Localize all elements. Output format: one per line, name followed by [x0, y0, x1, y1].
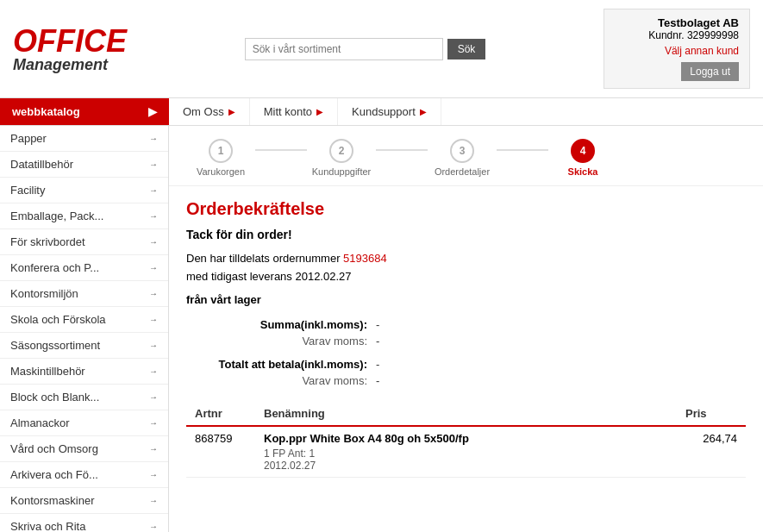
step-2-label: Kunduppgifter — [312, 166, 372, 177]
order-info-line2: med tidigast leverans 2012.02.27 — [186, 270, 352, 283]
sidebar-item-datatillbehor[interactable]: Datatillbehör → — [0, 152, 168, 178]
sidebar-skrivbordet-arrow: → — [149, 237, 158, 247]
sidebar-kontorsmiljon-arrow: → — [149, 289, 158, 298]
sidebar-item-konferera[interactable]: Konferera och P... → — [0, 255, 168, 281]
sidebar-almanackor-arrow: → — [149, 418, 158, 428]
nav-webbkatalog[interactable]: webbkatalog ▶ — [0, 98, 169, 125]
step-1-label: Varukorgen — [197, 166, 245, 177]
sidebar-maskintillbehor-label: Maskintillbehör — [10, 365, 85, 378]
sidebar-papper-label: Papper — [10, 132, 47, 145]
webbkatalog-label: webbkatalog — [12, 105, 80, 118]
nav-kundsupport-arrow: ▶ — [420, 107, 427, 116]
nav-mitt-konto-arrow: ▶ — [316, 107, 323, 116]
main-content: 1 Varukorgen 2 Kunduppgifter 3 Orderdeta… — [169, 126, 763, 532]
summary-totalt-value: - — [376, 358, 379, 371]
sidebar-item-skriva[interactable]: Skriva och Rita → — [0, 514, 168, 532]
user-area: Testbolaget AB Kundnr. 329999998 Välj an… — [604, 9, 750, 89]
logo-office: OFFICE — [13, 26, 127, 57]
sidebar-konferera-arrow: → — [149, 263, 158, 272]
sidebar-sasong-label: Säsongssortiment — [10, 339, 100, 352]
change-customer-link[interactable]: Välj annan kund — [615, 45, 739, 57]
step-connector-1 — [255, 149, 307, 151]
sidebar-item-papper[interactable]: Papper → — [0, 126, 168, 152]
product-pris: 264,74 — [677, 426, 746, 478]
search-button[interactable]: Sök — [447, 39, 486, 59]
steps-bar: 1 Varukorgen 2 Kunduppgifter 3 Orderdeta… — [169, 126, 763, 186]
sidebar-emballage-label: Emballage, Pack... — [10, 210, 103, 222]
sidebar-kontorsmiljon-label: Kontorsmiljön — [10, 287, 78, 300]
logo-area: OFFICE Management — [13, 26, 127, 72]
order-info-line1: Den har tilldelats ordernummer — [186, 252, 340, 265]
webbkatalog-arrow: ▶ — [148, 105, 157, 118]
sidebar-arkivera-label: Arkivera och Fö... — [10, 468, 98, 481]
order-thanks: Tack för din order! — [186, 228, 746, 241]
summary-summa-value: - — [376, 318, 379, 331]
nav-bar: webbkatalog ▶ Om Oss ▶ Mitt konto ▶ Kund… — [0, 98, 763, 126]
step-4-circle: 4 — [571, 139, 595, 163]
step-4-label: Skicka — [568, 166, 598, 177]
sidebar-item-maskintillbehor[interactable]: Maskintillbehör → — [0, 359, 168, 385]
order-info: Den har tilldelats ordernummer 5193684 m… — [186, 250, 746, 286]
summary-totalt-moms-row: Varav moms: - — [186, 372, 746, 389]
sidebar-item-arkivera[interactable]: Arkivera och Fö... → — [0, 462, 168, 488]
step-3: 3 Orderdetaljer — [428, 139, 497, 177]
step-1-circle: 1 — [209, 139, 233, 163]
sidebar-block-arrow: → — [149, 392, 158, 402]
sidebar-item-vard[interactable]: Vård och Omsorg → — [0, 436, 168, 462]
sidebar-vard-label: Vård och Omsorg — [10, 442, 98, 455]
sidebar-skola-arrow: → — [149, 315, 158, 324]
summary-totalt-moms-label: Varav moms: — [186, 374, 376, 387]
sidebar-emballage-arrow: → — [149, 211, 158, 221]
sidebar-item-facility[interactable]: Facility → — [0, 178, 168, 203]
logout-button[interactable]: Logga ut — [681, 62, 739, 81]
nav-om-oss-label: Om Oss — [183, 105, 224, 118]
nav-mitt-konto-label: Mitt konto — [264, 105, 312, 118]
sidebar-almanackor-label: Almanackor — [10, 416, 70, 429]
sidebar-item-skrivbordet[interactable]: För skrivbordet → — [0, 229, 168, 255]
product-name: Kop.ppr White Box A4 80g oh 5x500/fp — [264, 432, 668, 445]
order-number: 5193684 — [343, 252, 387, 265]
sidebar-maskintillbehor-arrow: → — [149, 366, 158, 376]
summary-totalt-label: Totalt att betala(inkl.moms): — [186, 358, 376, 371]
sidebar-item-skola[interactable]: Skola och Förskola → — [0, 307, 168, 333]
col-header-artnr: Artnr — [186, 402, 255, 426]
sidebar-skriva-label: Skriva och Rita — [10, 520, 85, 532]
search-input[interactable] — [245, 38, 443, 60]
sidebar-item-almanackor[interactable]: Almanackor → — [0, 410, 168, 436]
step-2-circle: 2 — [329, 139, 353, 163]
sidebar-datatillbehor-label: Datatillbehör — [10, 158, 73, 171]
products-table: Artnr Benämning Pris 868759 Kop.ppr Whit… — [186, 402, 746, 478]
product-artnr: 868759 — [186, 426, 255, 478]
sidebar-facility-label: Facility — [10, 184, 45, 197]
sidebar-konferera-label: Konferera och P... — [10, 261, 99, 274]
company-name: Testbolaget AB — [615, 16, 739, 29]
sidebar-block-label: Block och Blank... — [10, 391, 99, 404]
sidebar-item-kontorsmaskiner[interactable]: Kontorsmaskiner → — [0, 488, 168, 514]
sidebar-item-block[interactable]: Block och Blank... → — [0, 385, 168, 410]
nav-mitt-konto[interactable]: Mitt konto ▶ — [250, 98, 338, 125]
summary-moms-label: Varav moms: — [186, 335, 376, 347]
sidebar-item-sasong[interactable]: Säsongssortiment → — [0, 333, 168, 359]
sidebar-item-emballage[interactable]: Emballage, Pack... → — [0, 203, 168, 229]
from-lager: från vårt lager — [186, 293, 746, 306]
step-3-circle: 3 — [450, 139, 474, 163]
nav-kundsupport[interactable]: Kundsupport ▶ — [338, 98, 441, 125]
sidebar-item-kontorsmiljon[interactable]: Kontorsmiljön → — [0, 281, 168, 307]
products-table-head: Artnr Benämning Pris — [186, 402, 746, 426]
sidebar-skola-label: Skola och Förskola — [10, 313, 106, 326]
customer-number: Kundnr. 329999998 — [615, 29, 739, 41]
sidebar-datatillbehor-arrow: → — [149, 160, 158, 169]
products-tbody: 868759 Kop.ppr White Box A4 80g oh 5x500… — [186, 426, 746, 478]
nav-om-oss-arrow: ▶ — [228, 107, 235, 116]
nav-kundsupport-label: Kundsupport — [352, 105, 416, 118]
sidebar-skriva-arrow: → — [149, 522, 158, 531]
table-row: 868759 Kop.ppr White Box A4 80g oh 5x500… — [186, 426, 746, 478]
logo-management: Management — [13, 57, 127, 72]
sidebar-skrivbordet-label: För skrivbordet — [10, 235, 85, 248]
col-header-pris: Pris — [677, 402, 746, 426]
summary-section: Summa(inkl.moms): - Varav moms: - Totalt… — [186, 316, 746, 389]
step-2: 2 Kunduppgifter — [307, 139, 376, 177]
sidebar: Papper → Datatillbehör → Facility → Emba… — [0, 126, 169, 532]
nav-om-oss[interactable]: Om Oss ▶ — [169, 98, 250, 125]
step-4: 4 Skicka — [548, 139, 617, 177]
